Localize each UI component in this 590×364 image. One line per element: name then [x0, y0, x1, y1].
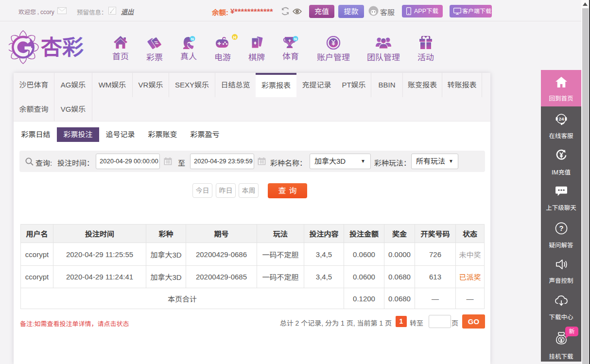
svg-text:N: N [294, 37, 297, 41]
svg-text:24: 24 [558, 116, 564, 121]
svg-text:N: N [191, 37, 194, 41]
svg-text:H: H [233, 35, 237, 40]
svg-text:?: ? [559, 225, 563, 232]
svg-text:杏彩: 杏彩 [41, 30, 84, 61]
